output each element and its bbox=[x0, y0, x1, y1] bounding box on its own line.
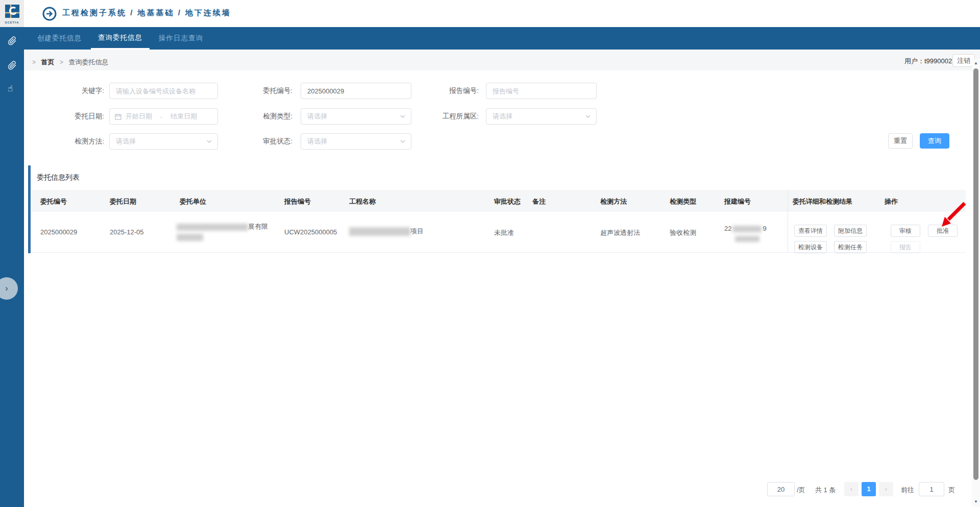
app-window: SCETIA 工程检测子系统 / 地基基础 / 地下连续墙 创建委托信息 查询委… bbox=[0, 0, 980, 507]
redacted-text bbox=[177, 224, 248, 231]
breadcrumb: > 首页 > 查询委托信息 bbox=[32, 57, 108, 67]
approval-status-select[interactable]: 请选择 bbox=[301, 133, 411, 150]
cell-order-no: 2025000029 bbox=[40, 228, 77, 236]
select-placeholder: 请选择 bbox=[307, 112, 327, 121]
goto-page-input[interactable] bbox=[919, 482, 944, 496]
order-date-range-picker[interactable]: 开始日期 - 结束日期 bbox=[109, 108, 218, 125]
col-actions: 操作 bbox=[885, 197, 898, 206]
permit-prefix: 22 bbox=[724, 225, 731, 232]
audit-button[interactable]: 审核 bbox=[891, 225, 920, 237]
cell-client: 展有限 bbox=[177, 222, 274, 242]
col-test-type: 检测类型 bbox=[670, 197, 696, 206]
chevron-down-icon bbox=[585, 113, 591, 119]
method-select[interactable]: 请选择 bbox=[109, 133, 218, 150]
view-detail-button[interactable]: 查看详情 bbox=[794, 225, 827, 237]
chevron-down-icon bbox=[400, 138, 406, 144]
chevron-right-icon: › bbox=[885, 485, 887, 493]
method-label: 检测方法: bbox=[29, 133, 104, 150]
page-unit-label: 页 bbox=[948, 486, 955, 495]
col-permit-no: 报建编号 bbox=[724, 197, 751, 206]
col-approval: 审批状态 bbox=[494, 197, 521, 206]
report-no-label: 报告编号: bbox=[401, 83, 479, 99]
tab-bar: 创建委托信息 查询委托信息 操作日志查询 bbox=[0, 27, 980, 50]
col-report-no: 报告编号 bbox=[284, 197, 311, 206]
report-no-input[interactable] bbox=[486, 83, 597, 99]
tab-query-order[interactable]: 查询委托信息 bbox=[91, 27, 150, 50]
breadcrumb-separator: > bbox=[60, 59, 63, 66]
sidebar-collapse-toggle[interactable]: › bbox=[0, 277, 18, 300]
date-start-placeholder: 开始日期 bbox=[126, 112, 152, 121]
top-header: SCETIA 工程检测子系统 / 地基基础 / 地下连续墙 bbox=[0, 0, 980, 27]
cell-order-date: 2025-12-05 bbox=[110, 228, 144, 236]
breadcrumb-home[interactable]: 首页 bbox=[41, 58, 54, 66]
redacted-text bbox=[732, 226, 762, 232]
col-remark: 备注 bbox=[532, 197, 546, 206]
col-order-no: 委托编号 bbox=[40, 197, 67, 206]
scroll-down-icon[interactable]: ▼ bbox=[972, 499, 980, 504]
per-page-label: /页 bbox=[797, 486, 805, 495]
redacted-text bbox=[177, 234, 203, 241]
tab-operation-log[interactable]: 操作日志查询 bbox=[152, 27, 210, 50]
goto-label: 前往 bbox=[901, 486, 914, 495]
prev-page-button[interactable]: ‹ bbox=[844, 482, 859, 496]
order-no-label: 委托编号: bbox=[217, 83, 292, 99]
chevron-down-icon bbox=[206, 138, 212, 144]
chevron-left-icon: ‹ bbox=[850, 485, 852, 493]
breadcrumb-current: 查询委托信息 bbox=[68, 58, 108, 66]
cell-permit-no: 229 bbox=[724, 225, 767, 232]
date-separator: - bbox=[160, 113, 162, 120]
order-no-input[interactable] bbox=[301, 83, 411, 99]
select-placeholder: 请选择 bbox=[116, 137, 136, 146]
hand-pointer-icon[interactable]: ☝ bbox=[8, 84, 17, 93]
link-icon[interactable] bbox=[8, 61, 17, 70]
date-end-placeholder: 结束日期 bbox=[170, 112, 197, 121]
calendar-icon bbox=[115, 113, 121, 120]
tab-create-order[interactable]: 创建委托信息 bbox=[30, 27, 89, 50]
cell-approval-status: 未批准 bbox=[494, 228, 514, 237]
system-title: 工程检测子系统 / 地基基础 / 地下连续墙 bbox=[62, 8, 231, 18]
keyword-input[interactable] bbox=[109, 83, 218, 99]
order-date-label: 委托日期: bbox=[29, 108, 104, 125]
logo-text: SCETIA bbox=[0, 21, 24, 24]
next-page-button[interactable]: › bbox=[879, 482, 893, 496]
col-project: 工程名称 bbox=[349, 197, 376, 206]
reset-button[interactable]: 重置 bbox=[888, 133, 913, 149]
test-device-button[interactable]: 检测设备 bbox=[794, 241, 827, 253]
total-count-label: 共 1 条 bbox=[815, 486, 836, 495]
cell-report-no: UCW2025000005 bbox=[284, 228, 337, 236]
redacted-text bbox=[735, 236, 760, 242]
report-button[interactable]: 报告 bbox=[891, 241, 920, 253]
arrow-circle-icon bbox=[42, 6, 57, 21]
project-visible-text: 项目 bbox=[410, 227, 424, 235]
extra-info-button[interactable]: 附加信息 bbox=[834, 225, 867, 237]
cell-test-type: 验收检测 bbox=[670, 228, 696, 237]
page-number-1[interactable]: 1 bbox=[862, 482, 876, 496]
scrollbar-thumb[interactable] bbox=[973, 68, 978, 480]
col-order-date: 委托日期 bbox=[110, 197, 136, 206]
current-user-label: 用户：t9990002 bbox=[904, 57, 952, 66]
test-task-button[interactable]: 检测任务 bbox=[834, 241, 867, 253]
permit-suffix: 9 bbox=[763, 225, 766, 232]
annotation-arrow bbox=[936, 201, 969, 230]
breadcrumb-separator: > bbox=[32, 59, 36, 66]
test-type-select[interactable]: 请选择 bbox=[301, 108, 411, 125]
fixed-column-divider bbox=[788, 190, 788, 252]
redacted-text bbox=[349, 227, 410, 236]
breadcrumb-bar bbox=[24, 50, 980, 70]
approval-status-label: 审批状态: bbox=[217, 133, 292, 150]
scetia-logo-icon bbox=[5, 4, 20, 19]
region-select[interactable]: 请选择 bbox=[486, 108, 597, 125]
app-logo: SCETIA bbox=[0, 0, 24, 27]
link-icon[interactable] bbox=[8, 36, 17, 45]
cell-project: 项目 bbox=[349, 227, 424, 236]
select-placeholder: 请选择 bbox=[493, 112, 512, 121]
col-client: 委托单位 bbox=[180, 197, 206, 206]
scroll-up-icon[interactable]: ▲ bbox=[972, 61, 980, 65]
table-title: 委托信息列表 bbox=[37, 173, 80, 182]
region-label: 工程所属区: bbox=[401, 108, 479, 125]
test-type-label: 检测类型: bbox=[217, 108, 292, 125]
select-placeholder: 请选择 bbox=[307, 137, 327, 146]
col-method: 检测方法 bbox=[600, 197, 627, 206]
search-button[interactable]: 查询 bbox=[920, 133, 949, 149]
page-size-input[interactable] bbox=[767, 482, 795, 496]
